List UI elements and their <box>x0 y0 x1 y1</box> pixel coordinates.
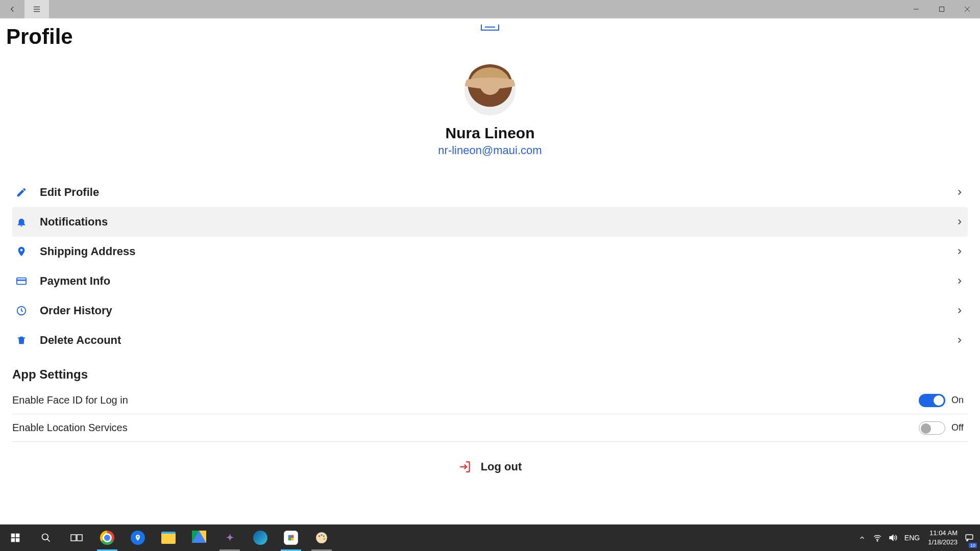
setting-face-id: Enable Face ID for Log in On <box>12 387 968 414</box>
svg-point-15 <box>877 540 878 541</box>
profile-email[interactable]: nr-lineon@maui.com <box>438 144 542 157</box>
menu-item-label: Order History <box>40 304 953 317</box>
clock-icon <box>14 304 29 318</box>
taskbar-app-chrome[interactable] <box>92 524 122 551</box>
svg-rect-5 <box>11 538 15 542</box>
setting-location-services: Enable Location Services Off <box>12 414 968 442</box>
chevron-right-icon <box>953 334 966 346</box>
taskbar-left: ✦ <box>0 524 337 551</box>
taskbar-app-drive[interactable] <box>184 524 214 551</box>
clock-time: 11:04 AM <box>929 529 958 538</box>
pencil-icon <box>14 185 29 199</box>
minimize-button[interactable] <box>903 0 929 18</box>
setting-label: Enable Face ID for Log in <box>12 394 919 406</box>
menu-item-label: Delete Account <box>40 334 953 347</box>
search-button[interactable] <box>31 524 61 551</box>
svg-rect-6 <box>16 538 20 542</box>
chevron-right-icon <box>953 245 966 258</box>
wifi-icon[interactable] <box>870 524 885 551</box>
titlebar-left <box>0 0 49 18</box>
toggle-state-label: Off <box>951 422 968 433</box>
drag-handle-icon[interactable] <box>481 24 499 31</box>
volume-icon[interactable] <box>885 524 900 551</box>
task-view-button[interactable] <box>61 524 92 551</box>
svg-point-10 <box>316 532 327 543</box>
card-icon <box>14 274 29 288</box>
svg-point-14 <box>324 538 325 540</box>
close-button[interactable] <box>954 0 980 18</box>
window-titlebar <box>0 0 980 18</box>
system-tray: ENG 11:04 AM 1/18/2023 10 <box>854 524 980 551</box>
taskbar-app-visual-studio[interactable]: ✦ <box>214 524 245 551</box>
menu-item-label: Payment Info <box>40 274 953 288</box>
notification-badge: 10 <box>969 543 977 548</box>
setting-label: Enable Location Services <box>12 422 919 434</box>
svg-point-11 <box>318 535 320 537</box>
logout-button[interactable]: Log out <box>0 460 980 473</box>
start-button[interactable] <box>0 524 31 551</box>
clock[interactable]: 11:04 AM 1/18/2023 <box>924 529 962 547</box>
svg-rect-1 <box>17 278 26 285</box>
svg-rect-16 <box>966 535 973 539</box>
clock-date: 1/18/2023 <box>928 538 958 547</box>
taskbar: ✦ ENG 11:04 AM 1/18/2023 10 <box>0 524 980 551</box>
menu-list: Edit Profile Notifications Shipping Addr… <box>0 178 980 355</box>
avatar[interactable] <box>464 64 516 115</box>
profile-block: Nura Lineon nr-lineon@maui.com <box>0 64 980 157</box>
bell-icon <box>14 215 29 229</box>
maximize-button[interactable] <box>929 0 954 18</box>
chevron-right-icon <box>953 275 966 287</box>
svg-point-13 <box>323 535 325 537</box>
toggle-state-label: On <box>951 395 968 406</box>
back-button[interactable] <box>0 0 24 18</box>
toggle-face-id[interactable] <box>919 394 945 407</box>
chevron-right-icon <box>953 186 966 198</box>
settings-header: App Settings <box>12 367 980 382</box>
location-icon <box>14 244 29 259</box>
svg-rect-3 <box>11 534 15 538</box>
language-indicator[interactable]: ENG <box>900 534 924 542</box>
svg-rect-4 <box>16 534 20 538</box>
svg-point-7 <box>42 534 48 540</box>
svg-point-12 <box>321 534 322 536</box>
hamburger-menu-button[interactable] <box>24 0 49 18</box>
page-content: Profile Nura Lineon nr-lineon@maui.com E… <box>0 24 980 473</box>
svg-rect-9 <box>77 535 82 541</box>
menu-item-delete-account[interactable]: Delete Account <box>12 325 968 355</box>
logout-icon <box>458 460 472 473</box>
menu-item-notifications[interactable]: Notifications <box>12 207 968 237</box>
chevron-right-icon <box>953 216 966 228</box>
menu-item-order-history[interactable]: Order History <box>12 296 968 325</box>
toggle-location-services[interactable] <box>919 421 945 435</box>
taskbar-app-current[interactable] <box>276 524 306 551</box>
taskbar-app-edge[interactable] <box>245 524 276 551</box>
taskbar-app-maps[interactable] <box>122 524 153 551</box>
profile-name: Nura Lineon <box>445 124 534 142</box>
menu-item-label: Shipping Address <box>40 245 953 258</box>
menu-item-payment-info[interactable]: Payment Info <box>12 266 968 296</box>
chevron-right-icon <box>953 305 966 317</box>
taskbar-app-file-explorer[interactable] <box>153 524 184 551</box>
trash-icon <box>14 333 29 347</box>
window-controls <box>903 0 980 18</box>
svg-rect-0 <box>940 7 944 12</box>
logout-label: Log out <box>481 460 522 473</box>
action-center-button[interactable]: 10 <box>962 524 977 551</box>
menu-item-edit-profile[interactable]: Edit Profile <box>12 178 968 207</box>
settings-list: Enable Face ID for Log in On Enable Loca… <box>0 387 980 442</box>
tray-chevron-up-icon[interactable] <box>854 524 870 551</box>
menu-item-label: Notifications <box>40 215 953 229</box>
menu-item-shipping-address[interactable]: Shipping Address <box>12 237 968 266</box>
menu-item-label: Edit Profile <box>40 186 953 199</box>
svg-rect-8 <box>71 535 76 541</box>
taskbar-app-paint[interactable] <box>306 524 337 551</box>
